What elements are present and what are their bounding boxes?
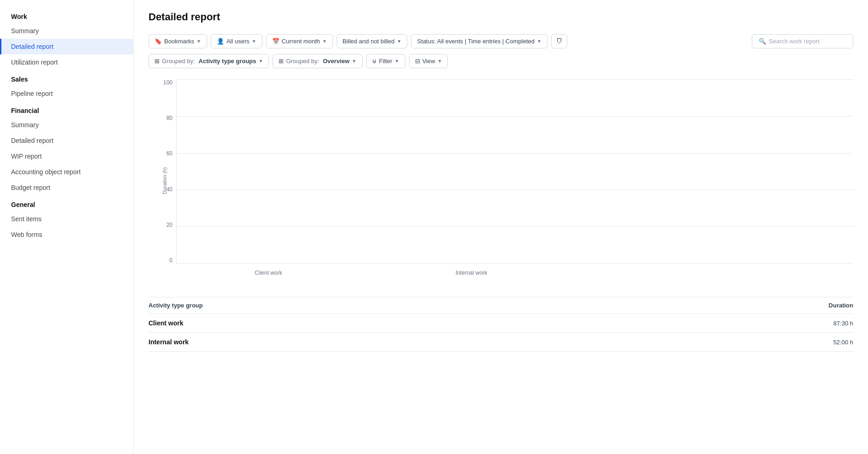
- plot-area: [176, 79, 853, 264]
- billed-chevron: ▼: [397, 39, 401, 44]
- sidebar-item-sales-pipeline-report[interactable]: Pipeline report: [0, 86, 133, 101]
- bookmarks-label: Bookmarks: [164, 38, 194, 45]
- table-cell-duration: 52:00 h: [833, 339, 853, 346]
- status-button[interactable]: Status: All events | Time entries | Comp…: [411, 34, 547, 48]
- y-tick-0: 0: [169, 257, 172, 264]
- y-tick-60: 60: [166, 150, 172, 157]
- grouped-by-2-value: Overview: [323, 58, 350, 65]
- table-cell-group: Internal work: [149, 338, 189, 346]
- grouped-by-1-prefix: Grouped by:: [162, 58, 195, 65]
- calendar-icon: 📅: [272, 38, 279, 45]
- y-tick-80: 80: [166, 115, 172, 121]
- sidebar-item-work-utilization-report[interactable]: Utilization report: [0, 54, 133, 70]
- filter-chevron: ▼: [395, 59, 399, 64]
- filter-label: Filter: [379, 58, 392, 65]
- status-chevron: ▼: [537, 39, 541, 44]
- page-title: Detailed report: [149, 11, 853, 23]
- all-users-button[interactable]: 👤 All users ▼: [211, 34, 262, 48]
- sidebar-item-general-sent-items[interactable]: Sent items: [0, 211, 133, 227]
- table-cell-group: Client work: [149, 319, 183, 327]
- table-row: Client work 87:30 h: [149, 314, 853, 333]
- status-label: Status: All events | Time entries | Comp…: [417, 38, 535, 45]
- y-tick-20: 20: [166, 222, 172, 228]
- all-users-label: All users: [226, 38, 250, 45]
- view-label: View: [422, 58, 435, 65]
- sidebar-item-work-summary[interactable]: Summary: [0, 23, 133, 39]
- grouped-by-1-chevron: ▼: [259, 59, 263, 64]
- sidebar-item-financial-budget-report[interactable]: Budget report: [0, 180, 133, 195]
- billed-button[interactable]: Billed and not billed ▼: [337, 34, 408, 48]
- grouped-by-2-button[interactable]: ⊞ Grouped by: Overview ▼: [273, 54, 362, 68]
- table-rows: Client work 87:30 h Internal work 52:00 …: [149, 314, 853, 352]
- bars-wrapper: [177, 79, 853, 264]
- bookmarks-chevron: ▼: [196, 39, 201, 44]
- view-chevron: ▼: [437, 59, 442, 64]
- filter-icon-button[interactable]: ⛉: [551, 34, 567, 48]
- view-button[interactable]: ⊟ View ▼: [409, 54, 448, 68]
- grouped-by-1-icon: ⊞: [155, 58, 160, 65]
- billed-label: Billed and not billed: [343, 38, 395, 45]
- filter-btn-icon: ⊎: [372, 58, 377, 65]
- toolbar-row-2: ⊞ Grouped by: Activity type groups ▼ ⊞ G…: [149, 54, 853, 68]
- col-header-group: Activity type group: [149, 302, 203, 309]
- chart-container: Duration (h) 0 20 40 60 80 100: [149, 79, 853, 282]
- y-tick-100: 100: [163, 79, 172, 86]
- search-box[interactable]: 🔍 Search work report: [752, 34, 853, 48]
- sidebar-section-general: General: [0, 195, 133, 211]
- x-label-internal-work: Internal work: [416, 270, 527, 276]
- current-month-chevron: ▼: [322, 39, 327, 44]
- x-label-client-work: Client work: [213, 270, 324, 276]
- sidebar-item-financial-wip-report[interactable]: WIP report: [0, 148, 133, 164]
- table-cell-duration: 87:30 h: [833, 320, 853, 327]
- view-icon: ⊟: [415, 58, 420, 65]
- filter-button[interactable]: ⊎ Filter ▼: [366, 54, 405, 68]
- bookmark-icon: 🔖: [155, 38, 162, 45]
- search-icon: 🔍: [759, 38, 766, 45]
- table-header: Activity type group Duration: [149, 297, 853, 314]
- sidebar: WorkSummaryDetailed reportUtilization re…: [0, 0, 134, 454]
- sidebar-item-work-detailed-report[interactable]: Detailed report: [0, 39, 133, 54]
- sidebar-section-work: Work: [0, 7, 133, 23]
- grouped-by-1-button[interactable]: ⊞ Grouped by: Activity type groups ▼: [149, 54, 269, 68]
- grouped-by-1-value: Activity type groups: [199, 58, 256, 65]
- all-users-chevron: ▼: [252, 39, 256, 44]
- sidebar-item-financial-detailed-report[interactable]: Detailed report: [0, 133, 133, 148]
- sidebar-item-general-web-forms[interactable]: Web forms: [0, 227, 133, 242]
- grouped-by-2-icon: ⊞: [279, 58, 284, 65]
- current-month-button[interactable]: 📅 Current month ▼: [266, 34, 333, 48]
- toolbar-row-1: 🔖 Bookmarks ▼ 👤 All users ▼ 📅 Current mo…: [149, 34, 853, 48]
- current-month-label: Current month: [282, 38, 320, 45]
- sidebar-item-financial-accounting-object-report[interactable]: Accounting object report: [0, 164, 133, 180]
- sidebar-section-sales: Sales: [0, 70, 133, 86]
- y-tick-40: 40: [166, 186, 172, 193]
- search-placeholder: Search work report: [769, 38, 820, 45]
- col-header-duration: Duration: [829, 302, 853, 309]
- table-row: Internal work 52:00 h: [149, 333, 853, 352]
- grouped-by-2-chevron: ▼: [352, 59, 357, 64]
- filter-icon: ⛉: [556, 38, 562, 45]
- bookmarks-button[interactable]: 🔖 Bookmarks ▼: [149, 34, 207, 48]
- x-axis-labels: Client work Internal work: [176, 264, 853, 282]
- grouped-by-2-prefix: Grouped by:: [286, 58, 319, 65]
- y-axis-ticks: 0 20 40 60 80 100: [160, 79, 172, 264]
- sidebar-item-financial-summary[interactable]: Summary: [0, 117, 133, 133]
- table-section: Activity type group Duration Client work…: [149, 297, 853, 352]
- sidebar-section-financial: Financial: [0, 101, 133, 117]
- main-content: Detailed report 🔖 Bookmarks ▼ 👤 All user…: [134, 0, 868, 454]
- chart-area: Duration (h) 0 20 40 60 80 100: [149, 79, 853, 282]
- users-icon: 👤: [217, 38, 224, 45]
